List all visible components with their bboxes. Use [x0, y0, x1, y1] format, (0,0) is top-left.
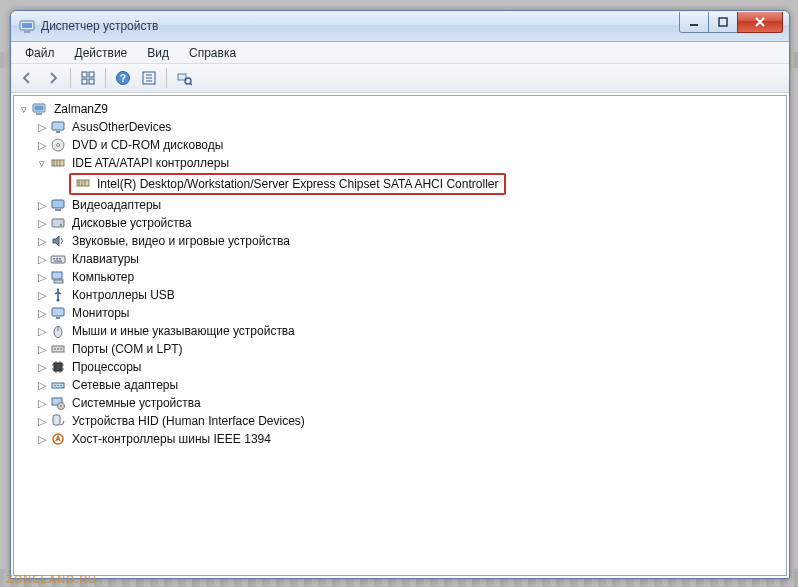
svg-point-52 — [57, 348, 59, 350]
svg-rect-19 — [36, 113, 42, 115]
svg-point-53 — [60, 348, 62, 350]
svg-marker-45 — [57, 288, 60, 290]
tree-toggle-expand[interactable]: ▷ — [36, 361, 48, 373]
svg-rect-39 — [56, 258, 58, 260]
tree-toggle-expand[interactable]: ▷ — [36, 433, 48, 445]
tree-toggle-expand[interactable]: ▷ — [36, 415, 48, 427]
svg-rect-1 — [24, 31, 30, 33]
properties-icon — [141, 70, 157, 86]
menu-file[interactable]: Файл — [15, 44, 65, 62]
tree-item[interactable]: ▿ IDE ATA/ATAPI контроллеры — [16, 154, 784, 172]
close-button[interactable] — [737, 12, 783, 33]
toolbar-forward-button[interactable] — [41, 66, 65, 90]
svg-rect-7 — [82, 79, 87, 84]
svg-rect-8 — [89, 79, 94, 84]
monitor-icon — [50, 305, 66, 321]
tree-toggle-expand[interactable]: ▷ — [36, 307, 48, 319]
tree-item[interactable]: ▷ Контроллеры USB — [16, 286, 784, 304]
tree-pane[interactable]: ▿ ZalmanZ9 ▷ AsusOtherDevices ▷ DVD и CD… — [13, 95, 787, 576]
svg-point-69 — [60, 405, 62, 407]
drive-icon — [50, 215, 66, 231]
tree-toggle-expand[interactable]: ▷ — [36, 325, 48, 337]
svg-rect-2 — [22, 23, 32, 28]
toolbar: ? — [11, 64, 789, 93]
menu-view[interactable]: Вид — [137, 44, 179, 62]
svg-rect-41 — [54, 261, 62, 262]
svg-rect-70 — [53, 415, 60, 425]
tree-toggle-collapse[interactable]: ▿ — [18, 103, 30, 115]
sound-icon — [50, 233, 66, 249]
tree-root[interactable]: ▿ ZalmanZ9 — [16, 100, 784, 118]
tree-item[interactable]: ▷ Порты (COM и LPT) — [16, 340, 784, 358]
svg-rect-6 — [89, 72, 94, 77]
svg-rect-15 — [178, 74, 186, 80]
tree-item[interactable]: ▷ Звуковые, видео и игровые устройства — [16, 232, 784, 250]
tree-toggle-expand[interactable]: ▷ — [36, 253, 48, 265]
tree-toggle-expand[interactable]: ▷ — [36, 271, 48, 283]
display-icon — [50, 197, 66, 213]
tree-item-label: Устройства HID (Human Interface Devices) — [70, 412, 307, 430]
toolbar-view-button[interactable] — [76, 66, 100, 90]
svg-line-17 — [190, 83, 192, 85]
tree-item[interactable]: ▷ Видеоадаптеры — [16, 196, 784, 214]
tree-toggle-expand[interactable]: ▷ — [36, 343, 48, 355]
toolbar-help-button[interactable]: ? — [111, 66, 135, 90]
tree-toggle-collapse[interactable]: ▿ — [36, 157, 48, 169]
menu-action[interactable]: Действие — [65, 44, 138, 62]
tree-item-label: AsusOtherDevices — [70, 118, 173, 136]
svg-point-66 — [60, 385, 62, 387]
tree-item[interactable]: ▷ Клавиатуры — [16, 250, 784, 268]
tree-item-label: Сетевые адаптеры — [70, 376, 180, 394]
toolbar-properties-button[interactable] — [137, 66, 161, 90]
tree-toggle-expand[interactable]: ▷ — [36, 289, 48, 301]
toolbar-separator — [166, 68, 167, 88]
tree-toggle-expand[interactable]: ▷ — [36, 235, 48, 247]
tree-item[interactable]: ▷ Процессоры — [16, 358, 784, 376]
svg-rect-20 — [35, 106, 44, 111]
menubar: Файл Действие Вид Справка — [11, 42, 789, 64]
tree-toggle-expand[interactable]: ▷ — [36, 217, 48, 229]
toolbar-scan-button[interactable] — [172, 66, 196, 90]
toolbar-back-button[interactable] — [15, 66, 39, 90]
tree-item[interactable]: ▷ DVD и CD-ROM дисководы — [16, 136, 784, 154]
disc-icon — [50, 137, 66, 153]
maximize-button[interactable] — [708, 12, 738, 33]
tree-item[interactable]: ▷ Дисковые устройства — [16, 214, 784, 232]
tree-item-label: Системные устройства — [70, 394, 203, 412]
tree-item[interactable]: ▷ Мониторы — [16, 304, 784, 322]
toolbar-separator — [105, 68, 106, 88]
tree-item-label: Процессоры — [70, 358, 144, 376]
computer-icon — [50, 269, 66, 285]
tree-item[interactable]: ▷ Устройства HID (Human Interface Device… — [16, 412, 784, 430]
scan-icon — [176, 70, 192, 86]
tree-item-label: Звуковые, видео и игровые устройства — [70, 232, 292, 250]
tree-item[interactable]: ▷ Компьютер — [16, 268, 784, 286]
svg-rect-34 — [55, 209, 61, 211]
tree-toggle-expand[interactable]: ▷ — [36, 379, 48, 391]
tree-toggle-expand[interactable]: ▷ — [36, 397, 48, 409]
tree-toggle-expand[interactable]: ▷ — [36, 139, 48, 151]
tree-item[interactable]: ▷ Мыши и иные указывающие устройства — [16, 322, 784, 340]
tree-toggle-expand[interactable]: ▷ — [36, 121, 48, 133]
menu-help[interactable]: Справка — [179, 44, 246, 62]
tree-item-label: Видеоадаптеры — [70, 196, 163, 214]
controller-icon — [75, 175, 91, 191]
hid-icon — [50, 413, 66, 429]
tree-item-highlighted[interactable]: Intel(R) Desktop/Workstation/Server Expr… — [69, 173, 506, 195]
tree-toggle-expand[interactable]: ▷ — [36, 199, 48, 211]
tree-item[interactable]: ▷ AsusOtherDevices — [16, 118, 784, 136]
titlebar[interactable]: Диспетчер устройств — [11, 11, 789, 42]
svg-point-44 — [57, 299, 60, 302]
app-icon — [19, 18, 35, 34]
svg-point-51 — [54, 348, 56, 350]
minimize-button[interactable] — [679, 12, 709, 33]
grid-icon — [80, 70, 96, 86]
close-icon — [754, 17, 766, 27]
svg-rect-4 — [719, 18, 727, 26]
svg-text:?: ? — [120, 73, 126, 84]
tree-item[interactable]: ▷ Системные устройства — [16, 394, 784, 412]
network-icon — [50, 377, 66, 393]
tree-item[interactable]: ▷ Сетевые адаптеры — [16, 376, 784, 394]
svg-rect-42 — [52, 272, 62, 279]
tree-item[interactable]: ▷ Хост-контроллеры шины IEEE 1394 — [16, 430, 784, 448]
